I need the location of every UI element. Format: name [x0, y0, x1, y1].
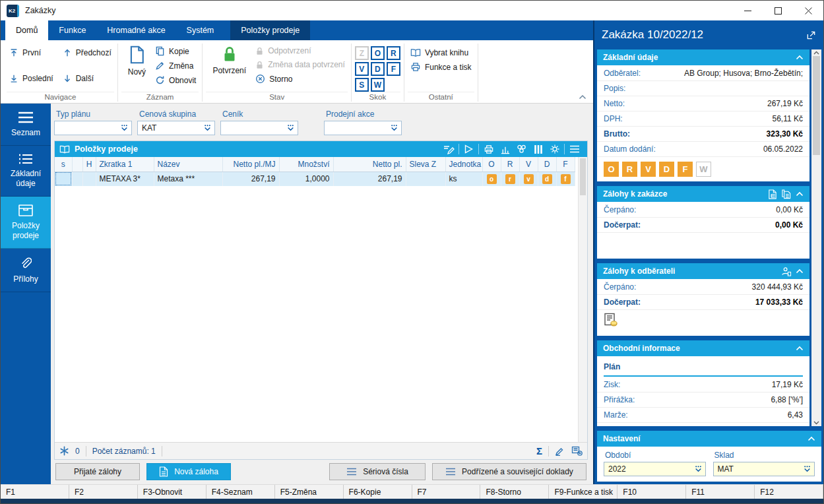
section-header[interactable]: Obchodní informace: [597, 340, 809, 356]
col-header-mnozstvi[interactable]: Množství: [279, 157, 333, 172]
deposit-document-icon[interactable]: [768, 189, 777, 199]
fkey-f9[interactable]: F9-Funkce a tisk: [549, 485, 618, 499]
copy-button[interactable]: Kopie: [152, 44, 199, 58]
section-header[interactable]: Zálohy k zakázce: [597, 186, 809, 202]
col-header-jednotka[interactable]: Jednotka: [445, 157, 482, 172]
col-header-h[interactable]: H: [82, 157, 96, 172]
row-cell-mnozstvi[interactable]: 1,0000: [279, 172, 333, 186]
col-header-netto[interactable]: Netto pl.: [333, 157, 406, 172]
scrollbar-thumb[interactable]: [580, 158, 586, 195]
functions-print-button[interactable]: Funkce a tisk: [408, 60, 474, 74]
collapse-ribbon-button[interactable]: [579, 94, 586, 100]
sidebar-item-seznam[interactable]: Seznam: [1, 104, 51, 146]
fkey-f11[interactable]: F11: [686, 485, 755, 499]
scrollbar-thumb[interactable]: [813, 56, 820, 155]
jump-w-button[interactable]: W: [371, 78, 385, 92]
select-book-button[interactable]: Vybrat knihu: [408, 46, 474, 59]
tab-polozky-prodeje[interactable]: Položky prodeje: [230, 20, 310, 40]
collapse-section-icon[interactable]: [796, 191, 804, 197]
row-cell-netto[interactable]: 267,19: [333, 172, 406, 186]
fkey-f2[interactable]: F2: [69, 485, 138, 499]
grid-menu-icon[interactable]: [566, 142, 583, 156]
col-header-blank[interactable]: [72, 157, 82, 172]
tab-hromadne-akce[interactable]: Hromadné akce: [96, 20, 175, 40]
section-header[interactable]: Nastavení: [597, 431, 821, 447]
new-button[interactable]: Nový: [121, 42, 152, 77]
sidebar-item-polozky-prodeje[interactable]: Položky prodeje: [1, 197, 51, 249]
customer-document-icon[interactable]: [781, 267, 792, 276]
nova-zaloha-button[interactable]: Nová záloha: [146, 463, 231, 480]
popout-icon[interactable]: [806, 30, 816, 40]
col-header-s[interactable]: s: [55, 157, 72, 172]
jump-r-button[interactable]: R: [387, 46, 400, 60]
jump-v-button[interactable]: V: [355, 62, 369, 76]
fkey-f10[interactable]: F10: [618, 485, 686, 499]
previous-button[interactable]: Předchozí: [60, 46, 114, 59]
obdobi-combo[interactable]: 2022: [604, 462, 706, 476]
fkey-f8[interactable]: F8-Storno: [480, 485, 549, 499]
typ-planu-combo[interactable]: [54, 121, 132, 135]
sklad-combo[interactable]: MAT: [713, 462, 815, 476]
row-cell-sleva[interactable]: [406, 172, 445, 186]
deposit-documents-icon[interactable]: [781, 189, 792, 199]
fkey-f4[interactable]: F4-Seznam: [206, 485, 275, 499]
cenik-combo[interactable]: [220, 121, 298, 135]
collapse-section-icon[interactable]: [796, 55, 804, 60]
add-document-icon[interactable]: [571, 446, 583, 456]
jump-s-button[interactable]: S: [355, 78, 369, 92]
jump-d-button[interactable]: D: [371, 62, 385, 76]
maximize-button[interactable]: [763, 1, 793, 20]
prodejni-akce-combo[interactable]: [324, 121, 402, 135]
fkey-f5[interactable]: F5-Změna: [275, 485, 344, 499]
sum-icon[interactable]: Σ: [536, 445, 542, 457]
row-cell-jednotka[interactable]: ks: [445, 172, 482, 186]
last-button[interactable]: Poslední: [7, 72, 56, 85]
close-button[interactable]: [793, 1, 823, 20]
first-button[interactable]: První: [7, 46, 56, 59]
next-button[interactable]: Další: [60, 72, 114, 85]
badge-f[interactable]: F: [678, 162, 693, 177]
print-icon[interactable]: [480, 142, 497, 156]
columns-icon[interactable]: [530, 142, 546, 156]
quick-edit-icon[interactable]: [555, 447, 565, 456]
col-header-d[interactable]: D: [538, 157, 556, 172]
row-selection-cell[interactable]: [55, 172, 72, 186]
edit-button[interactable]: Změna: [152, 59, 199, 73]
jump-f-button[interactable]: F: [387, 62, 400, 76]
tab-system[interactable]: Systém: [176, 20, 225, 40]
fkey-f1[interactable]: F1: [1, 485, 69, 499]
storno-button[interactable]: Storno: [253, 72, 348, 86]
collapse-section-icon[interactable]: [796, 346, 804, 351]
col-header-sleva[interactable]: Sleva Z: [406, 157, 445, 172]
scroll-down-icon[interactable]: [813, 421, 819, 425]
col-header-zkratka[interactable]: Zkratka 1: [96, 157, 154, 172]
col-header-r[interactable]: R: [501, 157, 519, 172]
collapse-section-icon[interactable]: [808, 436, 815, 441]
run-icon[interactable]: [460, 142, 477, 156]
jump-o-button[interactable]: O: [371, 46, 385, 60]
minimize-button[interactable]: [732, 1, 763, 20]
table-row[interactable]: METAXA 3* Metaxa *** 267,19 1,0000 267,1…: [55, 172, 575, 186]
fkey-f7[interactable]: F7: [412, 485, 481, 499]
invoice-coin-icon[interactable]: [597, 310, 809, 332]
section-header[interactable]: Zálohy k odběrateli: [597, 263, 809, 279]
fkey-f3[interactable]: F3-Obnovit: [138, 485, 206, 499]
prijate-zalohy-button[interactable]: Přijaté zálohy: [55, 463, 140, 480]
panel-scrollbar[interactable]: [811, 49, 821, 426]
badge-r[interactable]: R: [622, 162, 637, 177]
seriova-cisla-button[interactable]: Sériová čísla: [329, 463, 426, 480]
col-header-o[interactable]: O: [482, 157, 501, 172]
edit-grid-icon[interactable]: [441, 142, 457, 156]
refresh-button[interactable]: Obnovit: [152, 73, 199, 87]
col-header-netto-mj[interactable]: Netto pl./MJ: [222, 157, 279, 172]
col-header-f[interactable]: F: [556, 157, 575, 172]
cenova-skupina-combo[interactable]: KAT: [137, 121, 215, 135]
confirm-button[interactable]: Potvrzení: [206, 42, 253, 75]
badge-d[interactable]: D: [659, 162, 674, 177]
fkey-f6[interactable]: F6-Kopie: [344, 485, 412, 499]
podrizene-doklady-button[interactable]: Podřízené a související doklady: [432, 463, 586, 480]
sidebar-item-zakladni-udaje[interactable]: Základní údaje: [1, 146, 51, 197]
tab-domu[interactable]: Domů: [5, 20, 48, 40]
col-header-v[interactable]: V: [519, 157, 538, 172]
sidebar-item-prilohy[interactable]: Přílohy: [1, 249, 51, 292]
